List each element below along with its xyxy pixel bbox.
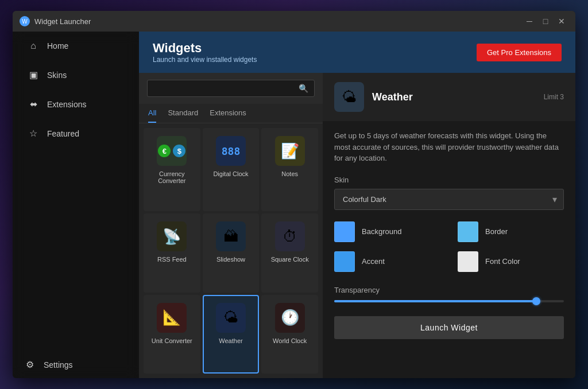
detail-description: Get up to 5 days of weather forecasts wi… <box>334 130 564 164</box>
detail-header-text: Weather <box>372 91 413 103</box>
detail-body: Get up to 5 days of weather forecasts wi… <box>323 121 575 378</box>
transparency-slider[interactable] <box>334 300 564 302</box>
unit-icon: 📐 <box>157 303 187 333</box>
sidebar-label-extensions: Extensions <box>47 100 86 109</box>
window-controls: ─ □ ✕ <box>523 14 568 28</box>
widget-card-square-clock[interactable]: ⏱ Square Clock <box>261 213 318 292</box>
widget-label-currency: CurrencyConverter <box>158 170 185 184</box>
skin-select-wrap: Colorful Dark Dark Light Minimal ▾ <box>334 189 564 210</box>
currency-icon: € $ <box>157 136 187 166</box>
tab-all[interactable]: All <box>148 108 156 123</box>
tab-standard[interactable]: Standard <box>168 108 198 123</box>
header-title: Widgets <box>153 41 257 56</box>
header-text: Widgets Launch and view installed widget… <box>153 41 257 64</box>
detail-panel: 🌤 Weather Limit 3 Get up to 5 days of we… <box>323 73 575 378</box>
font-color-label: Font Color <box>485 257 520 266</box>
detail-widget-name: Weather <box>372 91 413 103</box>
widget-card-world-clock[interactable]: 🕐 World Clock <box>261 295 318 374</box>
search-icon: 🔍 <box>299 84 308 93</box>
accent-label: Accent <box>362 257 385 266</box>
sidebar-label-featured: Featured <box>47 129 79 138</box>
widget-label-rss: RSS Feed <box>157 256 187 263</box>
digital-clock-icon: 888 <box>216 136 246 166</box>
header: Widgets Launch and view installed widget… <box>139 32 575 73</box>
widget-section: 🔍 All Standard Extensions <box>139 73 323 378</box>
widget-label-world-clock: World Clock <box>273 337 307 344</box>
tab-extensions[interactable]: Extensions <box>210 108 246 123</box>
skins-icon: ▣ <box>28 69 39 80</box>
sidebar: ⌂ Home ▣ Skins ⬌ Extensions ☆ Featured ⚙… <box>13 32 139 378</box>
widget-card-rss[interactable]: 📡 RSS Feed <box>144 213 200 292</box>
widget-card-currency[interactable]: € $ CurrencyConverter <box>144 128 200 211</box>
color-item-background: Background <box>334 221 440 242</box>
right-panel: Widgets Launch and view installed widget… <box>139 32 575 378</box>
widget-grid: € $ CurrencyConverter 888 Digital Cl <box>139 123 323 378</box>
featured-icon: ☆ <box>28 128 39 139</box>
weather-icon-card: 🌤 <box>216 303 246 333</box>
app-icon: W <box>20 16 30 26</box>
transparency-label: Transparency <box>334 286 564 294</box>
slider-thumb[interactable] <box>532 297 540 305</box>
world-clock-icon: 🕐 <box>275 303 305 333</box>
sidebar-item-skins[interactable]: ▣ Skins <box>16 61 136 88</box>
widget-label-square-clock: Square Clock <box>271 256 309 263</box>
window-title: Widget Launcher <box>34 17 523 26</box>
widget-card-weather[interactable]: 🌤 Weather <box>203 295 260 374</box>
header-subtitle: Launch and view installed widgets <box>153 56 257 64</box>
sidebar-label-skins: Skins <box>47 71 67 80</box>
widget-label-unit: Unit Converter <box>152 337 192 344</box>
notes-icon: 📝 <box>275 136 305 166</box>
color-grid: Background Border Accent <box>334 221 564 272</box>
border-label: Border <box>485 227 508 236</box>
skin-label: Skin <box>334 176 564 184</box>
launch-widget-button[interactable]: Launch Widget <box>334 316 564 339</box>
sidebar-label-home: Home <box>47 41 68 50</box>
widget-card-notes[interactable]: 📝 Notes <box>261 128 318 211</box>
accent-swatch[interactable] <box>334 251 355 272</box>
main-content: ⌂ Home ▣ Skins ⬌ Extensions ☆ Featured ⚙… <box>13 32 575 378</box>
color-item-accent: Accent <box>334 251 440 272</box>
color-item-font-color: Font Color <box>458 251 564 272</box>
detail-widget-icon: 🌤 <box>334 82 364 112</box>
sidebar-item-featured[interactable]: ☆ Featured <box>16 120 136 147</box>
search-input-wrap[interactable]: 🔍 <box>147 80 315 97</box>
widget-card-digital-clock[interactable]: 888 Digital Clock <box>203 128 260 211</box>
minimize-button[interactable]: ─ <box>523 14 536 28</box>
content-area: 🔍 All Standard Extensions <box>139 73 575 378</box>
widget-label-weather: Weather <box>219 337 242 344</box>
square-clock-icon: ⏱ <box>275 221 305 251</box>
font-color-swatch[interactable] <box>458 251 478 272</box>
color-item-border: Border <box>458 221 564 242</box>
border-swatch[interactable] <box>458 221 478 242</box>
slider-fill <box>334 300 536 302</box>
widget-label-slideshow: Slideshow <box>216 256 245 263</box>
widget-label-notes: Notes <box>281 170 298 177</box>
slideshow-icon: 🏔 <box>216 221 246 251</box>
detail-limit: Limit 3 <box>544 93 564 101</box>
skin-select[interactable]: Colorful Dark Dark Light Minimal <box>334 189 564 210</box>
widget-card-unit[interactable]: 📐 Unit Converter <box>144 295 200 374</box>
sidebar-item-settings[interactable]: ⚙ Settings <box>13 351 139 378</box>
get-pro-button[interactable]: Get Pro Extensions <box>477 44 562 61</box>
title-bar: W Widget Launcher ─ □ ✕ <box>13 11 575 32</box>
sidebar-item-extensions[interactable]: ⬌ Extensions <box>16 91 136 118</box>
settings-icon: ⚙ <box>24 359 36 370</box>
rss-icon: 📡 <box>157 221 187 251</box>
widget-card-slideshow[interactable]: 🏔 Slideshow <box>203 213 260 292</box>
sidebar-item-home[interactable]: ⌂ Home <box>16 33 136 59</box>
sidebar-label-settings: Settings <box>44 360 73 369</box>
background-label: Background <box>362 227 401 236</box>
maximize-button[interactable]: □ <box>539 14 552 28</box>
filter-tabs: All Standard Extensions <box>139 104 323 123</box>
background-swatch[interactable] <box>334 221 355 242</box>
widget-label-digital-clock: Digital Clock <box>213 170 248 177</box>
home-icon: ⌂ <box>28 41 39 51</box>
search-bar: 🔍 <box>139 73 323 104</box>
app-window: W Widget Launcher ─ □ ✕ ⌂ Home ▣ Skins ⬌… <box>13 11 575 378</box>
detail-header: 🌤 Weather Limit 3 <box>323 73 575 121</box>
close-button[interactable]: ✕ <box>555 14 568 28</box>
search-input[interactable] <box>153 84 299 93</box>
extensions-icon: ⬌ <box>28 99 39 110</box>
